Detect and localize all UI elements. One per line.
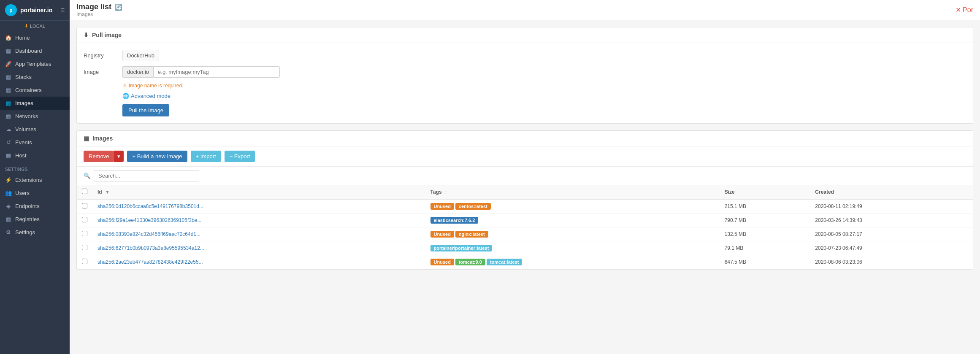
row-checkbox[interactable]: [82, 203, 87, 208]
build-image-button[interactable]: + Build a new Image: [127, 151, 187, 162]
export-button[interactable]: + Export: [225, 151, 255, 162]
sidebar-item-extensions[interactable]: ⚡ Extensions: [0, 173, 70, 186]
pull-image-header: ⬇ Pull image: [77, 27, 973, 43]
endpoints-icon: ◈: [5, 203, 12, 209]
sidebar-item-app-templates[interactable]: 🚀 App Templates: [0, 57, 70, 70]
image-id[interactable]: sha256:f29a1ee41030e3963026369105f3be...: [97, 217, 201, 223]
sort-icon: ↕: [445, 190, 447, 195]
sidebar-item-endpoints[interactable]: ◈ Endpoints: [0, 200, 70, 213]
sidebar-item-label: Home: [15, 35, 30, 41]
sidebar-item-networks[interactable]: ▦ Networks: [0, 110, 70, 123]
image-id[interactable]: sha256:62771b0b9b0973a3e8e95595534a12...: [97, 245, 204, 251]
sidebar-item-events[interactable]: ↺ Events: [0, 136, 70, 149]
filter-icon[interactable]: ▼: [105, 189, 110, 195]
tags-column-header[interactable]: Tags ↕: [425, 185, 720, 199]
image-tag-badge: nginx:latest: [455, 231, 488, 238]
sidebar: p portainer.io ≡ ⬇ LOCAL 🏠 Home ▦ Dashbo…: [0, 0, 70, 354]
dashboard-icon: ▦: [5, 48, 12, 54]
table-row: sha256:2ae23eb477aa82782438e429f22e55...…: [77, 255, 973, 269]
close-button[interactable]: ✕ Por: [956, 6, 973, 14]
images-table: Id ▼ Tags ↕ Size Created: [77, 185, 973, 269]
row-checkbox[interactable]: [82, 259, 87, 264]
sidebar-item-registries[interactable]: ▦ Registries: [0, 213, 70, 226]
sidebar-item-label: Host: [15, 152, 27, 159]
registries-icon: ▦: [5, 216, 12, 222]
image-input[interactable]: [153, 66, 280, 78]
row-checkbox[interactable]: [82, 245, 87, 250]
host-icon: ▦: [5, 152, 12, 159]
sidebar-item-settings[interactable]: ⚙ Settings: [0, 226, 70, 239]
search-icon: 🔍: [84, 173, 90, 179]
sidebar-item-label: Extensions: [15, 177, 42, 183]
import-button[interactable]: + Import: [191, 151, 221, 162]
settings-icon: ⚙: [5, 229, 12, 235]
row-checkbox[interactable]: [82, 231, 87, 236]
refresh-icon[interactable]: 🔄: [115, 4, 122, 11]
image-tag-badge: elasticsearch:7.6.2: [430, 217, 479, 224]
pull-image-button[interactable]: Pull the Image: [122, 104, 169, 116]
advanced-mode-label: Advanced mode: [131, 93, 171, 99]
sidebar-item-host[interactable]: ▦ Host: [0, 149, 70, 162]
image-id[interactable]: sha256:0d120b6ccaa8c5e149176798b3501d...: [97, 203, 203, 209]
advanced-mode-link[interactable]: 🌐 Advanced mode: [122, 93, 966, 99]
main-content: Image list 🔄 Images ✕ Por ⬇ Pull image R…: [70, 0, 980, 354]
images-panel-header: ▦ Images: [77, 131, 973, 146]
sidebar-item-volumes[interactable]: ☁ Volumes: [0, 123, 70, 136]
image-size: 79.1 MB: [720, 241, 810, 255]
select-all-checkbox[interactable]: [82, 189, 87, 194]
image-prefix: docker.io: [122, 66, 153, 78]
page-title: Image list: [76, 3, 111, 11]
row-checkbox[interactable]: [82, 217, 87, 222]
remove-dropdown-button[interactable]: ▾: [114, 151, 124, 162]
env-label: LOCAL: [30, 24, 45, 29]
warning-icon: ⚠: [122, 83, 127, 89]
sidebar-item-label: Events: [15, 139, 32, 146]
search-bar: 🔍: [77, 167, 973, 185]
sidebar-item-label: Users: [15, 190, 30, 196]
image-id[interactable]: sha256:08393e824c32d456ff69aec72c64d1...: [97, 231, 200, 237]
image-warning: ⚠ Image name is required.: [122, 83, 966, 89]
created-column-header[interactable]: Created: [810, 185, 973, 199]
sidebar-item-label: Endpoints: [15, 203, 40, 209]
image-label: Image: [84, 69, 117, 75]
sidebar-item-label: Images: [15, 100, 33, 106]
sidebar-item-home[interactable]: 🏠 Home: [0, 31, 70, 44]
image-created: 2020-08-05 08:27:17: [810, 227, 973, 241]
image-id[interactable]: sha256:2ae23eb477aa82782438e429f22e55...: [97, 259, 203, 265]
settings-section-label: SETTINGS: [0, 162, 70, 173]
volumes-icon: ☁: [5, 126, 12, 132]
topbar: Image list 🔄 Images ✕ Por: [70, 0, 980, 20]
sidebar-item-label: Settings: [15, 229, 35, 235]
sidebar-item-label: Stacks: [15, 74, 32, 80]
images-toolbar: Remove ▾ + Build a new Image + Import + …: [77, 146, 973, 167]
unused-badge: Unused: [430, 259, 454, 265]
globe-icon: 🌐: [122, 93, 129, 99]
registry-label: Registry: [84, 52, 117, 59]
sidebar-item-dashboard[interactable]: ▦ Dashboard: [0, 44, 70, 57]
sidebar-item-label: App Templates: [15, 61, 51, 67]
sidebar-item-users[interactable]: 👥 Users: [0, 186, 70, 200]
sidebar-item-containers[interactable]: ▦ Containers: [0, 84, 70, 97]
app-templates-icon: 🚀: [5, 61, 12, 67]
size-column-header[interactable]: Size: [720, 185, 810, 199]
warning-text: Image name is required.: [129, 83, 183, 89]
table-row: sha256:62771b0b9b0973a3e8e95595534a12...…: [77, 241, 973, 255]
sidebar-item-label: Networks: [15, 113, 38, 119]
pull-image-body: Registry DockerHub Image docker.io ⚠ Ima…: [77, 43, 973, 123]
sidebar-item-label: Containers: [15, 87, 42, 93]
image-input-group: docker.io: [122, 66, 280, 78]
sidebar-item-stacks[interactable]: ▦ Stacks: [0, 70, 70, 84]
portainer-logo-icon: p: [5, 4, 17, 16]
images-table-body: sha256:0d120b6ccaa8c5e149176798b3501d...…: [77, 199, 973, 269]
sidebar-toggle-icon[interactable]: ≡: [61, 6, 65, 14]
sidebar-item-images[interactable]: ▦ Images: [0, 97, 70, 110]
table-row: sha256:0d120b6ccaa8c5e149176798b3501d...…: [77, 199, 973, 213]
image-created: 2020-03-26 14:39:43: [810, 213, 973, 227]
image-created: 2020-07-23 06:47:49: [810, 241, 973, 255]
image-tag-badge: tomcat:9.0: [455, 259, 485, 265]
remove-button[interactable]: Remove: [84, 151, 114, 162]
id-column-header: Id ▼: [92, 185, 425, 199]
topbar-right: ✕ Por: [956, 6, 973, 14]
search-input[interactable]: [94, 170, 199, 181]
extensions-icon: ⚡: [5, 177, 12, 183]
